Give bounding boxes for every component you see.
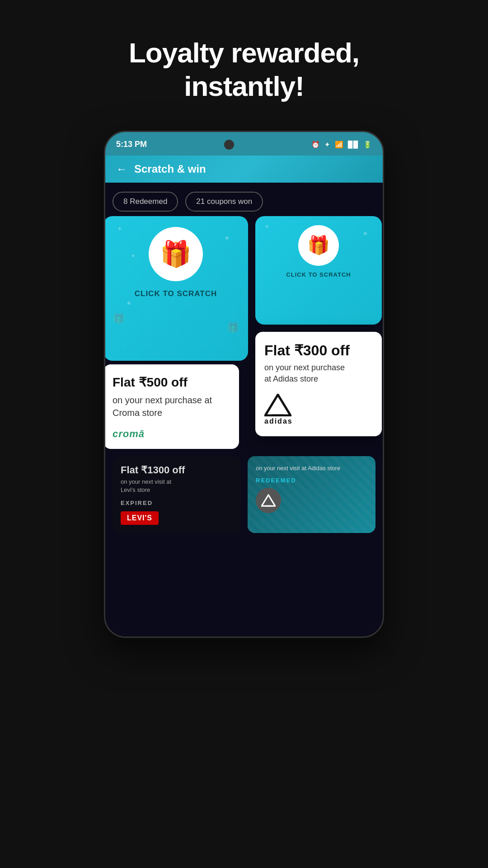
levis-amount: Flat ₹1300 off	[121, 464, 232, 476]
gift-emoji-large: 🎁	[160, 239, 192, 269]
app-bar: ← Scratch & win	[105, 156, 383, 183]
scratch-card-large[interactable]: ✦ ★ ✦ 🎁 🎁 ★ 🎁 CLICK TO SCRATCH	[104, 216, 248, 361]
redeemed-status: REDEEMED	[256, 476, 367, 484]
filter-row: 8 Redeemed 21 coupons won	[113, 192, 375, 212]
bluetooth-icon: ✦	[324, 141, 330, 149]
deco-star-sm-1: ✦	[264, 223, 270, 230]
cards-grid: ✦ ★ ✦ 🎁 🎁 ★ 🎁 CLICK TO SCRATCH	[113, 221, 375, 449]
deco-star-3: ✦	[131, 252, 136, 259]
content-area: 8 Redeemed 21 coupons won ✦ ★ ✦	[105, 183, 383, 637]
page-root: Loyalty rewarded, instantly! 5:13 PM ⏰ ✦…	[0, 0, 488, 638]
cards-wrapper: ✦ ★ ✦ 🎁 🎁 ★ 🎁 CLICK TO SCRATCH	[113, 221, 375, 627]
levis-status: EXPIRED	[121, 499, 232, 507]
levis-logo: LEVI'S	[121, 511, 159, 525]
right-column: ✦ ★ 🎁 CLICK TO SCRATCH Flat ₹300 off on	[255, 221, 382, 449]
hero-section: Loyalty rewarded, instantly!	[0, 0, 488, 131]
adidas-redeemed-description: on your next visit at Adidas store	[256, 464, 367, 472]
status-icons: ⏰ ✦ 📶 ▉▉ 🔋	[311, 141, 372, 149]
status-bar: 5:13 PM ⏰ ✦ 📶 ▉▉ 🔋	[105, 132, 383, 156]
levis-description: on your next visit atLevi's store	[121, 478, 232, 494]
svg-marker-2	[262, 495, 275, 506]
filter-coupons-won[interactable]: 21 coupons won	[185, 192, 263, 212]
alarm-icon: ⏰	[311, 141, 320, 149]
adidas-logo-container: adidas	[264, 394, 373, 425]
scratch-label-large[interactable]: CLICK TO SCRATCH	[135, 289, 217, 298]
croma-desc-text: on your next purchase at Croma store	[113, 395, 212, 418]
deco-star-1: ✦	[117, 225, 122, 232]
levis-logo-container: LEVI'S	[121, 511, 232, 525]
phone-frame: 5:13 PM ⏰ ✦ 📶 ▉▉ 🔋 ← Scratch & win 8 Red…	[104, 131, 384, 638]
status-time: 5:13 PM	[116, 140, 147, 149]
croma-description: Flat ₹500 off on your next purchase at C…	[113, 373, 230, 419]
deco-star-4: ★	[126, 299, 132, 307]
levis-expired-card: Flat ₹1300 off on your next visit atLevi…	[113, 456, 240, 533]
camera-cutout	[224, 140, 234, 150]
croma-logo: cromā	[113, 428, 230, 440]
deco-gift-2: 🎁	[227, 322, 239, 334]
adidas-redeemed-content: on your next visit at Adidas store REDEE…	[256, 464, 367, 513]
back-button[interactable]: ←	[116, 163, 127, 175]
adidas-dark-icon	[261, 494, 276, 507]
wifi-icon: 📶	[335, 141, 343, 149]
deco-star-2: ★	[224, 234, 230, 241]
adidas-dark-logo-container	[256, 488, 367, 513]
gift-circle-small: 🎁	[298, 225, 339, 266]
signal-icon: ▉▉	[348, 141, 359, 149]
deco-star-sm-2: ★	[362, 230, 368, 237]
hero-title-line2: instantly!	[184, 71, 304, 102]
reward-description: on your next purchaseat Adidas store	[264, 362, 373, 385]
adidas-reward-card: Flat ₹300 off on your next purchaseat Ad…	[255, 332, 382, 437]
adidas-redeemed-card: on your next visit at Adidas store REDEE…	[248, 456, 375, 533]
app-bar-title: Scratch & win	[134, 163, 206, 175]
hero-title: Loyalty rewarded, instantly!	[0, 0, 488, 131]
gift-emoji-small: 🎁	[307, 235, 330, 256]
filter-redeemed[interactable]: 8 Redeemed	[113, 192, 178, 212]
redeemed-badge: REDEEMED	[256, 477, 296, 484]
gift-circle-large: 🎁	[149, 227, 203, 281]
croma-brand: cromā	[113, 428, 145, 439]
reward-amount: Flat ₹300 off	[264, 343, 373, 359]
svg-marker-0	[265, 395, 291, 415]
adidas-brand-text: adidas	[264, 417, 293, 425]
scratch-label-small[interactable]: CLICK TO SCRATCH	[286, 271, 351, 278]
expired-badge: EXPIRED	[121, 500, 153, 506]
scratch-card-small[interactable]: ✦ ★ 🎁 CLICK TO SCRATCH	[255, 216, 382, 325]
adidas-dark-circle	[256, 488, 281, 513]
adidas-logo-icon	[264, 394, 291, 416]
deco-gift-1: 🎁	[113, 313, 125, 325]
croma-coupon-card: Flat ₹500 off on your next purchase at C…	[104, 364, 239, 449]
hero-title-line1: Loyalty rewarded,	[129, 37, 359, 68]
bottom-grid: Flat ₹1300 off on your next visit atLevi…	[113, 456, 375, 533]
battery-icon: 🔋	[363, 141, 372, 149]
croma-discount: Flat ₹500 off	[113, 373, 230, 391]
levis-content: Flat ₹1300 off on your next visit atLevi…	[121, 464, 232, 525]
